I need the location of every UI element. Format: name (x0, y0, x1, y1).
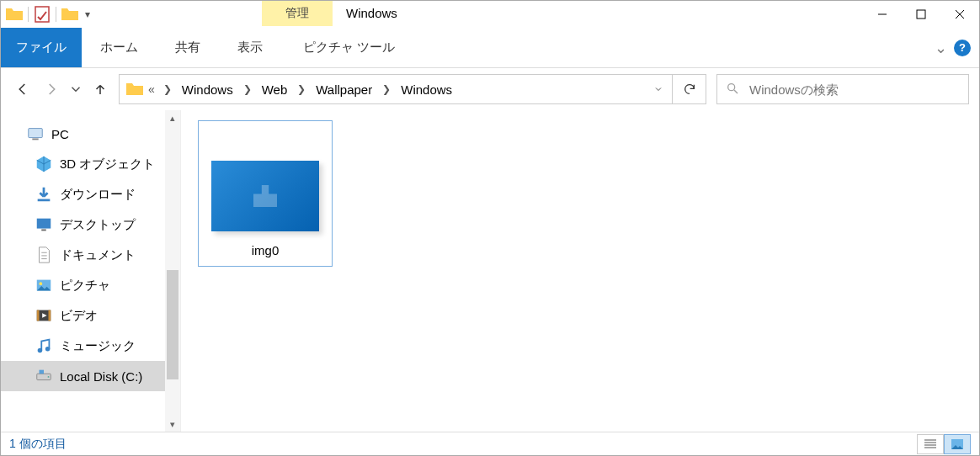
status-bar: 1 個の項目 (1, 432, 979, 455)
file-list-pane[interactable]: img0 (180, 110, 979, 432)
svg-rect-24 (40, 370, 45, 374)
ribbon-expand-icon[interactable]: ⌄ (935, 39, 947, 57)
svg-point-21 (45, 347, 51, 352)
tree-label: ドキュメント (60, 247, 136, 263)
tree-label: ダウンロード (60, 187, 136, 203)
search-icon (726, 82, 739, 98)
qat-separator (28, 7, 29, 22)
back-button[interactable] (11, 76, 35, 103)
3d-objects-icon (35, 155, 53, 173)
svg-rect-9 (38, 199, 51, 202)
svg-point-20 (38, 348, 43, 353)
chevron-right-icon[interactable]: ❯ (155, 83, 180, 95)
svg-rect-11 (41, 230, 46, 231)
svg-rect-10 (37, 219, 51, 229)
refresh-button[interactable] (672, 75, 706, 103)
pc-icon (26, 125, 45, 143)
navigation-tree: PC 3D オブジェクト ダウンロード デスクトップ ドキュメント ピクチャ (1, 110, 180, 432)
tree-label: Local Disk (C:) (60, 369, 142, 384)
forward-button[interactable] (40, 76, 63, 103)
scroll-down-icon[interactable]: ▾ (165, 416, 180, 432)
breadcrumb-item[interactable]: Wallpaper (314, 82, 374, 97)
minimize-button[interactable] (863, 1, 902, 28)
ribbon-tabs: ファイル ホーム 共有 表示 ピクチャ ツール ⌄ ? (1, 28, 979, 68)
svg-rect-2 (917, 10, 925, 19)
pictures-icon (35, 276, 53, 294)
desktop-icon (35, 215, 53, 234)
tree-label: ビデオ (60, 308, 98, 324)
svg-rect-8 (32, 139, 38, 141)
breadcrumb-item[interactable]: Windows (399, 82, 454, 97)
navigation-bar: «❯ Windows❯ Web❯ Wallpaper❯ Windows (1, 68, 979, 110)
tree-item-3d-objects[interactable]: 3D オブジェクト (1, 149, 165, 179)
scroll-up-icon[interactable]: ▴ (165, 110, 180, 125)
up-button[interactable] (88, 76, 112, 103)
svg-line-6 (734, 90, 738, 93)
tree-label: ミュージック (60, 338, 136, 354)
tree-label: PC (51, 127, 69, 141)
address-dropdown[interactable] (645, 75, 672, 103)
recent-locations-dropdown[interactable] (68, 76, 83, 103)
qat-separator (56, 7, 56, 22)
file-item[interactable]: img0 (198, 120, 333, 267)
drive-icon (35, 367, 53, 385)
location-folder-icon (125, 79, 145, 99)
tree-label: ピクチャ (60, 278, 110, 294)
svg-rect-0 (35, 7, 49, 22)
tree-item-pictures[interactable]: ピクチャ (1, 270, 165, 300)
svg-rect-19 (49, 310, 51, 321)
svg-point-5 (728, 83, 735, 90)
tab-share[interactable]: 共有 (157, 28, 219, 67)
details-view-button[interactable] (917, 434, 944, 454)
tree-item-downloads[interactable]: ダウンロード (1, 179, 165, 209)
documents-icon (35, 246, 53, 264)
new-folder-icon[interactable] (60, 4, 80, 24)
chevron-right-icon[interactable]: ❯ (289, 83, 314, 95)
app-folder-icon (4, 4, 24, 24)
downloads-icon (35, 185, 53, 204)
address-bar[interactable]: «❯ Windows❯ Web❯ Wallpaper❯ Windows (120, 75, 645, 103)
properties-icon[interactable] (32, 4, 52, 24)
scrollbar-thumb[interactable] (167, 270, 178, 379)
chevron-right-icon[interactable]: ❯ (235, 83, 260, 95)
tree-label: 3D オブジェクト (60, 156, 155, 172)
breadcrumb-item[interactable]: Web (260, 82, 290, 97)
tab-home[interactable]: ホーム (82, 28, 157, 67)
tree-item-desktop[interactable]: デスクトップ (1, 209, 165, 240)
tree-item-music[interactable]: ミュージック (1, 331, 165, 361)
breadcrumb-item[interactable]: Windows (180, 82, 235, 97)
contextual-tab-header: 管理 (262, 1, 333, 28)
videos-icon (35, 306, 53, 325)
window-title: Windows (333, 1, 411, 28)
tab-file[interactable]: ファイル (1, 28, 82, 67)
image-thumbnail (211, 161, 319, 231)
svg-rect-18 (37, 310, 40, 321)
tab-view[interactable]: 表示 (219, 28, 281, 67)
chevron-right-icon[interactable]: ❯ (374, 83, 399, 95)
svg-rect-7 (29, 129, 43, 138)
tree-scrollbar[interactable]: ▴ ▾ (165, 110, 180, 432)
music-icon (35, 337, 53, 355)
close-button[interactable] (940, 1, 979, 28)
tree-item-pc[interactable]: PC (1, 119, 165, 149)
maximize-button[interactable] (902, 1, 940, 28)
status-item-count: 1 個の項目 (9, 437, 67, 452)
titlebar: ▾ 管理 Windows (1, 1, 979, 28)
file-name-label: img0 (252, 243, 280, 259)
help-button[interactable]: ? (954, 40, 971, 56)
tree-item-local-disk-c[interactable]: Local Disk (C:) (1, 361, 165, 391)
tree-item-videos[interactable]: ビデオ (1, 300, 165, 331)
qat-customize-dropdown[interactable]: ▾ (82, 8, 93, 20)
tab-picture-tools[interactable]: ピクチャ ツール (281, 28, 417, 67)
breadcrumb-overflow[interactable]: « (146, 82, 155, 96)
tree-label: デスクトップ (60, 217, 136, 233)
thumbnails-view-button[interactable] (944, 434, 971, 454)
search-box[interactable] (716, 74, 969, 104)
tree-item-documents[interactable]: ドキュメント (1, 240, 165, 270)
svg-point-23 (48, 376, 50, 378)
search-input[interactable] (749, 82, 960, 97)
svg-point-16 (40, 282, 43, 285)
